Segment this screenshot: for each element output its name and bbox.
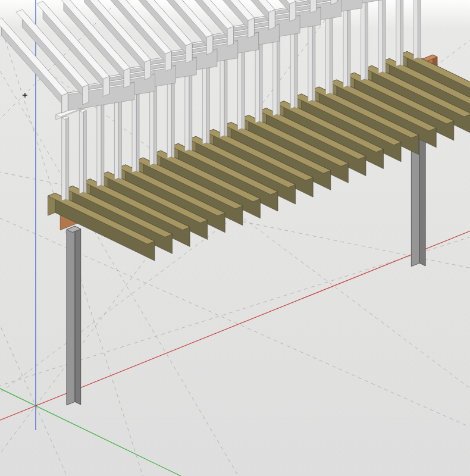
svg-marker-130 <box>154 81 157 165</box>
svg-marker-142 <box>83 109 86 193</box>
svg-marker-227 <box>269 10 275 30</box>
svg-marker-127 <box>171 74 174 158</box>
svg-marker-134 <box>132 88 136 173</box>
svg-marker-224 <box>290 1 296 21</box>
svg-marker-128 <box>167 74 171 158</box>
svg-marker-125 <box>185 67 189 151</box>
svg-marker-112 <box>259 38 262 123</box>
model-canvas <box>0 0 470 476</box>
svg-marker-124 <box>189 67 192 151</box>
svg-marker-245 <box>145 60 151 80</box>
svg-marker-101 <box>325 10 330 95</box>
svg-marker-91 <box>383 0 386 73</box>
svg-marker-137 <box>114 95 118 180</box>
svg-marker-139 <box>101 102 104 187</box>
svg-marker-251 <box>103 76 109 96</box>
svg-marker-140 <box>97 102 101 187</box>
svg-marker-92 <box>378 0 383 73</box>
svg-marker-94 <box>365 0 368 80</box>
svg-marker-248 <box>124 68 130 88</box>
svg-marker-95 <box>361 0 365 80</box>
svg-marker-85 <box>418 0 421 59</box>
svg-marker-236 <box>206 35 212 55</box>
svg-marker-88 <box>400 0 403 66</box>
svg-marker-107 <box>290 24 294 109</box>
svg-marker-145 <box>66 116 69 201</box>
svg-marker-103 <box>312 17 315 102</box>
svg-marker-97 <box>347 3 350 87</box>
svg-marker-233 <box>227 26 233 46</box>
svg-marker-89 <box>396 0 400 66</box>
svg-marker-116 <box>238 45 242 130</box>
svg-marker-131 <box>150 81 154 165</box>
svg-marker-110 <box>273 32 277 116</box>
svg-marker-14 <box>67 226 75 405</box>
svg-marker-119 <box>220 52 224 137</box>
svg-marker-221 <box>310 0 316 13</box>
3d-viewport[interactable] <box>0 0 470 476</box>
svg-marker-136 <box>118 95 121 180</box>
svg-marker-106 <box>294 24 297 109</box>
svg-marker-146 <box>62 116 66 201</box>
svg-marker-113 <box>255 38 259 123</box>
svg-marker-104 <box>308 17 312 102</box>
svg-marker-239 <box>186 43 192 63</box>
svg-marker-100 <box>330 10 333 95</box>
svg-marker-13 <box>75 226 81 405</box>
svg-marker-115 <box>242 45 245 130</box>
svg-marker-133 <box>136 88 139 173</box>
svg-marker-230 <box>248 18 254 38</box>
svg-marker-118 <box>224 52 227 137</box>
svg-marker-143 <box>79 109 83 193</box>
svg-marker-242 <box>165 51 171 71</box>
svg-marker-121 <box>206 60 209 144</box>
svg-marker-86 <box>413 0 418 60</box>
svg-marker-122 <box>202 60 206 144</box>
svg-marker-254 <box>83 84 89 105</box>
svg-marker-98 <box>343 3 347 87</box>
svg-marker-257 <box>62 93 68 113</box>
svg-marker-109 <box>277 32 280 116</box>
